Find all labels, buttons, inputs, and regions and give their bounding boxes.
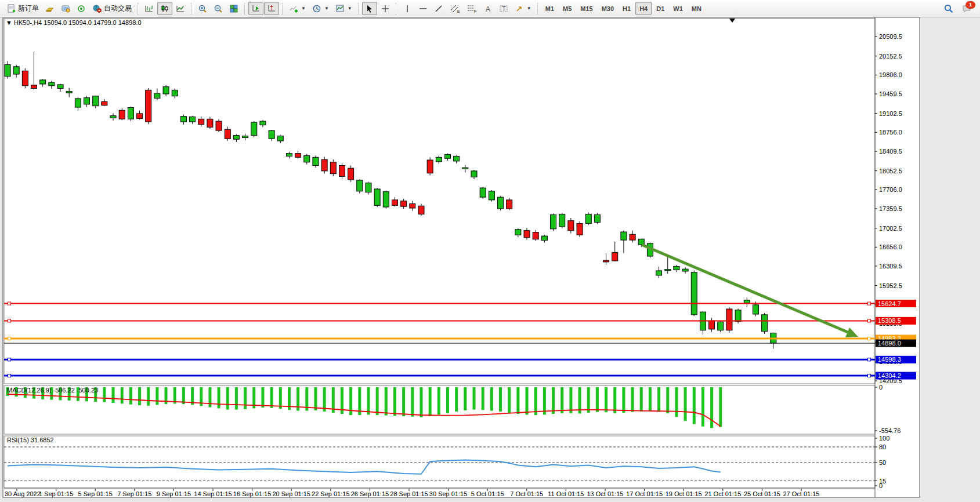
vertical-line-tool-button[interactable] bbox=[400, 2, 415, 15]
market-watch-button[interactable] bbox=[58, 2, 73, 15]
signals-button[interactable] bbox=[74, 2, 89, 15]
crosshair-tool-button[interactable] bbox=[378, 2, 393, 15]
fibonacci-tool-button[interactable]: F bbox=[464, 2, 480, 15]
timeframe-h4-button[interactable]: H4 bbox=[635, 2, 652, 15]
candle bbox=[762, 313, 768, 334]
svg-text:14598.3: 14598.3 bbox=[878, 356, 901, 363]
svg-text:18052.5: 18052.5 bbox=[879, 168, 902, 174]
terminal-window: 新订单 bbox=[0, 0, 980, 502]
candle bbox=[357, 179, 363, 194]
time-axis: 30 Aug 20221 Sep 01:155 Sep 01:157 Sep 0… bbox=[5, 489, 820, 497]
svg-text:14 Sep 01:15: 14 Sep 01:15 bbox=[194, 490, 232, 497]
toolbar-separator bbox=[138, 3, 139, 14]
crosshair-icon bbox=[381, 4, 390, 13]
zoom-out-button[interactable] bbox=[211, 2, 226, 15]
timeframe-h1-button[interactable]: H1 bbox=[619, 2, 635, 15]
timeframe-mn-button[interactable]: MN bbox=[688, 2, 706, 15]
autotrading-label: 自动交易 bbox=[104, 3, 132, 13]
notification-badge: 1 bbox=[965, 1, 975, 9]
chart-ohlc-header: ▼ HK50-,H4 15094.0 15094.0 14799.0 14898… bbox=[6, 19, 142, 26]
chart-canvas[interactable]: 20509.520152.519806.019459.519102.518756… bbox=[0, 17, 980, 502]
trendline-tool-button[interactable] bbox=[431, 2, 446, 15]
horizontal-line-tool-button[interactable] bbox=[415, 2, 431, 15]
svg-text:18756.0: 18756.0 bbox=[879, 129, 902, 136]
tile-windows-icon bbox=[229, 4, 238, 13]
dropdown-caret-icon: ▼ bbox=[348, 6, 352, 11]
candle bbox=[251, 121, 257, 137]
arrows-tool-button[interactable]: ▼ bbox=[512, 2, 534, 15]
new-order-button[interactable]: 新订单 bbox=[3, 2, 42, 15]
svg-text:19806.0: 19806.0 bbox=[879, 71, 902, 78]
svg-text:5 Sep 01:15: 5 Sep 01:15 bbox=[78, 490, 113, 497]
indicators-button[interactable]: ▼ bbox=[286, 2, 309, 15]
svg-text:20 Sep 01:15: 20 Sep 01:15 bbox=[272, 490, 310, 497]
periods-button[interactable]: ▼ bbox=[309, 2, 332, 15]
toolbar-right-group: 1 bbox=[941, 2, 977, 15]
zoom-in-button[interactable] bbox=[195, 2, 210, 15]
svg-text:16656.0: 16656.0 bbox=[879, 243, 902, 250]
templates-icon bbox=[335, 4, 345, 13]
cursor-tool-button[interactable] bbox=[362, 2, 377, 15]
svg-text:20509.5: 20509.5 bbox=[879, 33, 902, 40]
candle bbox=[594, 213, 600, 224]
svg-text:22 Sep 01:15: 22 Sep 01:15 bbox=[312, 490, 349, 497]
dropdown-caret-icon: ▼ bbox=[324, 6, 329, 11]
svg-text:21 Oct 01:15: 21 Oct 01:15 bbox=[704, 490, 741, 497]
line-chart-button[interactable] bbox=[173, 2, 188, 15]
profiles-button[interactable] bbox=[42, 2, 57, 15]
toolbar-separator bbox=[282, 3, 283, 14]
svg-text:16309.5: 16309.5 bbox=[879, 263, 902, 270]
clock-icon bbox=[312, 4, 321, 13]
chart-shift-icon bbox=[267, 4, 276, 13]
signals-icon bbox=[77, 4, 86, 13]
timeframe-w1-button[interactable]: W1 bbox=[669, 2, 687, 15]
candle bbox=[383, 191, 389, 209]
toolbar-separator bbox=[244, 3, 245, 14]
svg-text:A: A bbox=[486, 5, 490, 13]
chart-shift-button[interactable] bbox=[264, 2, 279, 15]
text-tool-button[interactable]: A bbox=[480, 2, 496, 15]
svg-text:18409.5: 18409.5 bbox=[879, 148, 902, 155]
toolbar-separator bbox=[191, 3, 192, 14]
tile-windows-button[interactable] bbox=[226, 2, 241, 15]
svg-text:1 Sep 01:15: 1 Sep 01:15 bbox=[39, 490, 73, 497]
timeframe-d1-button[interactable]: D1 bbox=[652, 2, 668, 15]
bar-chart-icon bbox=[144, 4, 154, 13]
timeframe-m15-button[interactable]: M15 bbox=[576, 2, 596, 15]
candle bbox=[330, 159, 336, 176]
svg-text:0: 0 bbox=[879, 482, 883, 489]
auto-scroll-icon bbox=[251, 4, 261, 13]
vertical-line-icon bbox=[403, 4, 412, 13]
channel-icon: E bbox=[450, 4, 460, 13]
svg-text:25 Oct 01:15: 25 Oct 01:15 bbox=[744, 490, 780, 497]
svg-text:17002.5: 17002.5 bbox=[879, 225, 902, 232]
macd-indicator-label: MACD(12,26,9) -506.22 -500.23 bbox=[7, 387, 98, 394]
svg-text:9 Sep 01:15: 9 Sep 01:15 bbox=[157, 490, 191, 497]
templates-button[interactable]: ▼ bbox=[332, 2, 355, 15]
auto-scroll-button[interactable] bbox=[248, 2, 263, 15]
candle bbox=[321, 157, 327, 173]
candle bbox=[480, 187, 486, 199]
candlestick-chart-button[interactable] bbox=[157, 2, 172, 15]
channel-tool-button[interactable]: E bbox=[447, 2, 463, 15]
text-label-tool-button[interactable]: T bbox=[496, 2, 511, 15]
timeframe-m1-button[interactable]: M1 bbox=[541, 2, 558, 15]
svg-text:14304.2: 14304.2 bbox=[878, 372, 901, 379]
autotrading-icon bbox=[92, 4, 102, 13]
search-button[interactable] bbox=[941, 2, 957, 15]
community-button[interactable]: 1 bbox=[960, 2, 973, 15]
candle bbox=[498, 196, 504, 210]
toolbar-separator bbox=[396, 3, 397, 14]
candle bbox=[348, 165, 354, 181]
timeframe-m5-button[interactable]: M5 bbox=[559, 2, 576, 15]
svg-text:E: E bbox=[457, 9, 460, 13]
candle bbox=[22, 68, 28, 89]
bar-chart-button[interactable] bbox=[142, 2, 157, 15]
chart-panes bbox=[3, 17, 920, 497]
timeframe-m30-button[interactable]: M30 bbox=[598, 2, 618, 15]
svg-text:100: 100 bbox=[879, 435, 889, 442]
zoom-out-icon bbox=[214, 4, 223, 13]
autotrading-button[interactable]: 自动交易 bbox=[89, 2, 135, 15]
svg-text:80: 80 bbox=[879, 443, 886, 450]
arrows-tool-icon bbox=[515, 4, 524, 13]
